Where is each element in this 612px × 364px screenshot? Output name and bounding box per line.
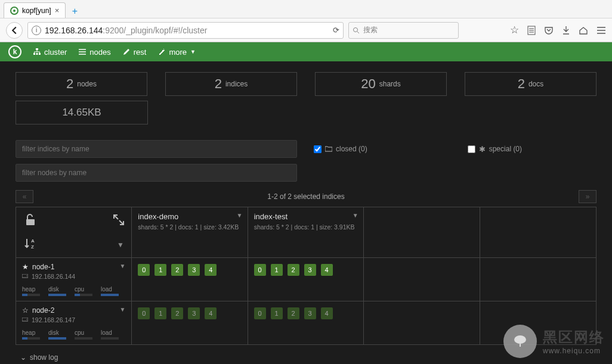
pager-prev-button[interactable]: « — [16, 190, 33, 203]
stat-docs-label: docs — [528, 80, 543, 88]
stat-docs-count: 2 — [518, 76, 525, 92]
hdd-icon — [22, 318, 28, 322]
reload-icon[interactable]: ⟳ — [333, 26, 339, 35]
caret-down-icon[interactable]: ▼ — [353, 212, 358, 219]
menu-icon[interactable] — [596, 26, 606, 35]
svg-point-26 — [26, 319, 27, 319]
shard[interactable]: 4 — [205, 264, 217, 276]
bookmark-icon[interactable]: ☆ — [510, 24, 519, 36]
index-meta: shards: 5 * 2 | docs: 1 | size: 3.42KB — [138, 223, 242, 231]
list-icon — [79, 49, 86, 55]
shard-replica[interactable]: 3 — [188, 307, 200, 319]
caret-down-icon[interactable]: ▼ — [117, 241, 124, 249]
shard-replica[interactable]: 3 — [304, 307, 316, 319]
stat-shards-count: 20 — [361, 76, 375, 92]
nav-nodes[interactable]: nodes — [79, 48, 110, 57]
metric-load-bar — [101, 294, 119, 296]
shard-replica[interactable]: 0 — [138, 307, 150, 319]
shard-replica[interactable]: 0 — [254, 307, 266, 319]
stat-nodes[interactable]: 2 nodes — [16, 72, 147, 96]
svg-rect-12 — [39, 53, 41, 55]
shard[interactable]: 4 — [321, 264, 333, 276]
shard[interactable]: 3 — [304, 264, 316, 276]
shard[interactable]: 1 — [271, 264, 283, 276]
svg-point-24 — [26, 275, 27, 276]
home-icon[interactable] — [579, 26, 588, 35]
kopf-logo[interactable]: k — [8, 45, 21, 58]
shard[interactable]: 2 — [171, 264, 183, 276]
caret-down-icon: ▼ — [190, 49, 196, 55]
hdd-icon — [22, 274, 28, 279]
search-icon — [353, 27, 360, 34]
shard-replica[interactable]: 1 — [154, 307, 166, 319]
expand-icon[interactable] — [113, 214, 124, 227]
stat-shards[interactable]: 20 shards — [315, 72, 447, 96]
shard[interactable]: 0 — [254, 264, 266, 276]
pager-next-button[interactable]: » — [579, 190, 596, 203]
shard-replica[interactable]: 2 — [171, 307, 183, 319]
download-icon[interactable] — [562, 26, 570, 35]
caret-down-icon[interactable]: ▼ — [119, 263, 125, 269]
caret-down-icon[interactable]: ▼ — [119, 306, 125, 313]
back-button[interactable] — [6, 22, 23, 39]
browser-tab[interactable]: kopf[yun] × — [4, 2, 66, 18]
stat-nodes-label: nodes — [77, 80, 97, 88]
metric-load-label: load — [101, 286, 119, 293]
chevron-down-icon: ⌄ — [20, 353, 26, 362]
node-row[interactable]: ☆ node-2 192.168.26.147 ▼ heap disk cpu … — [16, 301, 131, 344]
browser-search-box[interactable]: 搜索 — [348, 22, 459, 39]
metric-cpu-bar — [75, 337, 92, 340]
filter-indices-input[interactable] — [16, 140, 297, 158]
node-row[interactable]: ★ node-1 192.168.26.144 ▼ heap disk cpu … — [16, 258, 131, 301]
index-name: index-test — [254, 212, 358, 221]
pocket-icon[interactable] — [544, 26, 554, 35]
shard[interactable]: 0 — [138, 264, 150, 276]
close-tab-icon[interactable]: × — [55, 6, 60, 15]
index-header-demo[interactable]: index-demo shards: 5 * 2 | docs: 1 | siz… — [132, 207, 248, 235]
site-info-icon[interactable]: i — [32, 26, 41, 35]
nav-rest[interactable]: rest — [123, 48, 147, 57]
svg-rect-20 — [26, 219, 35, 225]
shard[interactable]: 3 — [188, 264, 200, 276]
folder-icon — [325, 146, 332, 152]
filter-special-checkbox[interactable]: ✱ special (0) — [468, 145, 522, 154]
metric-heap-bar — [22, 337, 40, 340]
pager-status: 1-2 of 2 selected indices — [33, 192, 579, 201]
metric-cpu-label: cpu — [75, 329, 92, 336]
nav-more-label: more — [169, 48, 187, 57]
shard-replica[interactable]: 2 — [288, 307, 299, 319]
unlock-icon[interactable] — [24, 213, 36, 228]
search-placeholder: 搜索 — [363, 25, 378, 35]
top-navbar: k cluster nodes rest more ▼ — [0, 42, 612, 61]
stat-shards-label: shards — [379, 80, 401, 88]
svg-rect-10 — [33, 53, 35, 55]
index-meta: shards: 5 * 2 | docs: 1 | size: 3.91KB — [254, 223, 358, 231]
shard-replica[interactable]: 4 — [205, 307, 217, 319]
stat-nodes-count: 2 — [66, 76, 73, 92]
metric-disk-label: disk — [48, 286, 66, 293]
nav-more[interactable]: more ▼ — [158, 48, 196, 57]
address-bar[interactable]: i 192.168.26.144:9200/_plugin/kopf/#!/cl… — [27, 22, 344, 39]
stat-indices[interactable]: 2 indices — [165, 72, 297, 96]
sort-az-icon[interactable]: AZ — [24, 238, 38, 251]
shard[interactable]: 2 — [288, 264, 299, 276]
reader-icon[interactable] — [527, 26, 536, 35]
special-checkbox[interactable] — [468, 145, 475, 153]
node-name-label: node-2 — [32, 306, 54, 315]
index-header-test[interactable]: index-test shards: 5 * 2 | docs: 1 | siz… — [248, 207, 364, 235]
filter-nodes-input[interactable] — [16, 164, 297, 182]
shard-replica[interactable]: 1 — [271, 307, 283, 319]
filter-closed-checkbox[interactable]: closed (0) — [314, 145, 367, 153]
metric-load-label: load — [101, 329, 119, 336]
shard-replica[interactable]: 4 — [321, 307, 333, 319]
stat-docs[interactable]: 2 docs — [465, 72, 596, 96]
caret-down-icon[interactable]: ▼ — [236, 212, 242, 219]
url-host: 192.168.26.144 — [45, 26, 103, 35]
stat-size[interactable]: 14.65KB — [16, 101, 148, 125]
edit-icon — [123, 48, 130, 55]
new-tab-button[interactable]: + — [68, 5, 81, 18]
closed-checkbox[interactable] — [314, 145, 322, 153]
nav-cluster[interactable]: cluster — [33, 48, 67, 57]
shard[interactable]: 1 — [154, 264, 166, 276]
svg-text:Z: Z — [31, 244, 34, 250]
